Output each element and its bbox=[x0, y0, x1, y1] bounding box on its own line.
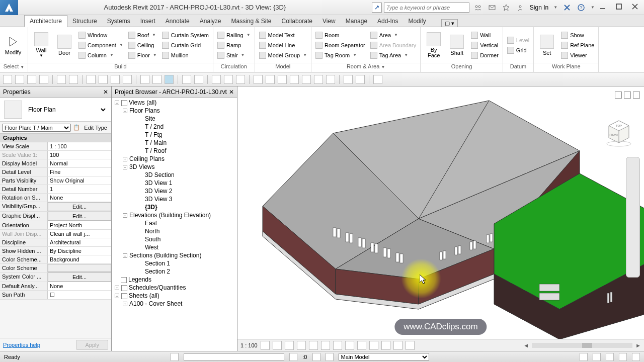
sync-icon[interactable] bbox=[39, 75, 48, 84]
stair-button[interactable]: Stair▼ bbox=[215, 51, 253, 60]
switch-icon[interactable] bbox=[194, 75, 203, 84]
signin-icon[interactable] bbox=[516, 3, 525, 12]
vb-ic10[interactable] bbox=[369, 341, 378, 350]
ic4[interactable] bbox=[254, 75, 263, 84]
st-ic4[interactable] bbox=[326, 353, 334, 361]
edit-type-button[interactable]: Edit Type bbox=[82, 124, 109, 131]
search-input[interactable] bbox=[384, 3, 469, 13]
floor-button[interactable]: Floor▼ bbox=[126, 51, 159, 60]
status-input[interactable] bbox=[184, 353, 284, 360]
tree-node[interactable]: T / Roof bbox=[113, 147, 236, 155]
tree-node[interactable]: −Elevations (Building Elevation) bbox=[113, 211, 236, 219]
ic10[interactable] bbox=[326, 75, 335, 84]
ramp-button[interactable]: Ramp bbox=[215, 41, 253, 50]
refplane-button[interactable]: Ref Plane bbox=[559, 41, 596, 50]
grid-button[interactable]: Grid bbox=[505, 46, 531, 55]
mullion-button[interactable]: Mullion bbox=[160, 51, 211, 60]
help-icon[interactable]: ? bbox=[577, 3, 586, 12]
prop-row[interactable]: Graphic Displ...Edit... bbox=[0, 212, 111, 221]
ic7[interactable] bbox=[290, 75, 299, 84]
modify-button[interactable]: Modify bbox=[2, 30, 24, 61]
properties-help-link[interactable]: Properties help bbox=[3, 342, 40, 348]
prop-row[interactable]: Detail Number1 bbox=[0, 185, 111, 194]
type-selector[interactable]: Floor Plan bbox=[26, 106, 107, 114]
st-ic8[interactable] bbox=[619, 353, 627, 361]
tree-node[interactable]: 3D View 1 bbox=[113, 179, 236, 187]
exchange-icon[interactable] bbox=[562, 3, 572, 12]
tree-node[interactable]: +Ceiling Plans bbox=[113, 155, 236, 163]
tab-analyze[interactable]: Analyze bbox=[195, 16, 226, 27]
prop-row[interactable]: View Scale1 : 100 bbox=[0, 142, 111, 151]
apply-button[interactable]: Apply bbox=[76, 340, 108, 350]
undo-icon[interactable] bbox=[57, 75, 66, 84]
tree-node[interactable]: Section 1 bbox=[113, 259, 236, 267]
vb-ic11[interactable] bbox=[381, 341, 390, 350]
prop-row[interactable]: Parts VisibilityShow Original bbox=[0, 176, 111, 185]
tab-collaborate[interactable]: Collaborate bbox=[277, 16, 317, 27]
prop-row[interactable]: Scale Value 1:100 bbox=[0, 151, 111, 159]
ic11[interactable] bbox=[344, 75, 353, 84]
show-button[interactable]: Show bbox=[559, 31, 596, 40]
prop-row[interactable]: Rotation on S...None bbox=[0, 194, 111, 202]
ic1[interactable] bbox=[212, 75, 221, 84]
by-face-button[interactable]: ByFace bbox=[423, 30, 445, 61]
view-close-icon[interactable] bbox=[633, 92, 640, 99]
vb-ic12[interactable] bbox=[393, 341, 403, 350]
roomseparator-button[interactable]: Room Separator bbox=[313, 41, 367, 50]
st-ic2[interactable] bbox=[289, 353, 297, 361]
tab-structure[interactable]: Structure bbox=[67, 16, 102, 27]
dormer-button[interactable]: Dormer bbox=[469, 51, 501, 60]
browser-tree[interactable]: −Views (all)−Floor PlansSiteT / 2ndT / F… bbox=[112, 98, 237, 351]
prop-row[interactable]: Show Hidden ...By Discipline bbox=[0, 247, 111, 255]
tree-node[interactable]: 3D Section bbox=[113, 171, 236, 179]
tree-node[interactable]: +Schedules/Quantities bbox=[113, 284, 236, 292]
vb-ic2[interactable] bbox=[273, 341, 282, 350]
vb-ic3[interactable] bbox=[285, 341, 294, 350]
component-button[interactable]: Component▼ bbox=[76, 41, 125, 50]
text-icon[interactable] bbox=[111, 75, 120, 84]
curtainsystem-button[interactable]: Curtain System bbox=[160, 31, 211, 40]
text2-icon[interactable] bbox=[123, 75, 132, 84]
ic5[interactable] bbox=[266, 75, 275, 84]
tree-node[interactable]: North bbox=[113, 227, 236, 235]
door-button[interactable]: Door bbox=[53, 30, 75, 61]
properties-close-icon[interactable]: ✕ bbox=[103, 88, 108, 96]
viewer-button[interactable]: Viewer bbox=[559, 51, 596, 60]
vb-ic7[interactable] bbox=[333, 341, 342, 350]
tree-node[interactable]: −Floor Plans bbox=[113, 107, 236, 115]
search-button[interactable] bbox=[372, 3, 382, 13]
column-button[interactable]: Column▼ bbox=[76, 51, 125, 60]
tree-node[interactable]: 3D View 3 bbox=[113, 195, 236, 203]
set-button[interactable]: Set bbox=[536, 30, 558, 61]
tree-node[interactable]: −3D Views bbox=[113, 163, 236, 171]
tab-systems[interactable]: Systems bbox=[102, 16, 135, 27]
tab-view[interactable]: View bbox=[317, 16, 341, 27]
measure-icon[interactable] bbox=[87, 75, 96, 84]
curtaingrid-button[interactable]: Curtain Grid bbox=[160, 41, 211, 50]
tree-node[interactable]: T / Ftg bbox=[113, 131, 236, 139]
prop-row[interactable]: Visibility/Grap...Edit... bbox=[0, 202, 111, 212]
view-cube[interactable]: TOP FRONT bbox=[604, 117, 634, 147]
wall-button[interactable]: Wall bbox=[469, 31, 501, 40]
tab-massingsite[interactable]: Massing & Site bbox=[226, 16, 277, 27]
tab-insert[interactable]: Insert bbox=[135, 16, 160, 27]
signin-label[interactable]: Sign In bbox=[530, 4, 548, 11]
view-scale[interactable]: 1 : 100 bbox=[240, 342, 258, 348]
prop-row[interactable]: Color Scheme bbox=[0, 264, 111, 273]
instance-selector[interactable]: Floor Plan: T / Main bbox=[2, 124, 71, 132]
align-icon[interactable] bbox=[99, 75, 108, 84]
tree-node[interactable]: 3D View 2 bbox=[113, 187, 236, 195]
st-ic1[interactable] bbox=[171, 353, 179, 361]
st-ic3[interactable] bbox=[312, 353, 320, 361]
communicate-icon[interactable] bbox=[488, 3, 497, 12]
prop-row[interactable]: Wall Join Disp...Clean all wall j... bbox=[0, 230, 111, 238]
tab-addins[interactable]: Add-Ins bbox=[372, 16, 403, 27]
thin-icon[interactable] bbox=[165, 75, 174, 84]
st-ic5[interactable] bbox=[580, 353, 588, 361]
prop-row[interactable]: Color Scheme...Background bbox=[0, 255, 111, 264]
tab-manage[interactable]: Manage bbox=[341, 16, 372, 27]
tagroom-button[interactable]: Tag Room▼ bbox=[313, 51, 367, 60]
wall-button[interactable]: Wall▼ bbox=[30, 30, 52, 61]
tree-node[interactable]: T / Main bbox=[113, 139, 236, 147]
room-button[interactable]: Room bbox=[313, 31, 367, 40]
